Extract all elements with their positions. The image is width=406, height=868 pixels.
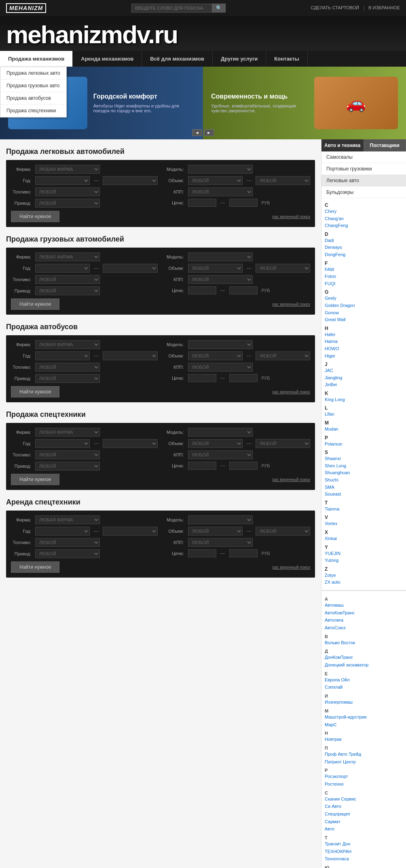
select-firma-1[interactable]: ЛЮБАЯ ФИРМА	[35, 252, 100, 261]
input-price-from-4[interactable]	[188, 549, 216, 557]
select-firma-2[interactable]: ЛЮБАЯ ФИРМА	[35, 340, 100, 349]
select-year-from-2[interactable]	[35, 351, 90, 360]
brand-link-changfeng[interactable]: ChangFeng	[325, 222, 403, 229]
brand-link-zx-auto[interactable]: ZX auto	[325, 579, 403, 586]
select-gearbox-0[interactable]: ЛЮБОЙ	[188, 187, 253, 196]
select-firma-3[interactable]: ЛЮБАЯ ФИРМА	[35, 428, 100, 437]
advanced-link-2[interactable]: рас виренный поиск	[273, 390, 310, 394]
brand-link-xinkai[interactable]: Xinkai	[325, 535, 403, 542]
brand-link-chery[interactable]: Chery	[325, 208, 403, 215]
select-fuel-1[interactable]: ЛЮБОЙ	[35, 275, 100, 284]
select-vol-to-4[interactable]: ЛЮБОЙ	[256, 527, 310, 536]
brand-link-vortex[interactable]: Vortex	[325, 520, 403, 528]
advanced-link-0[interactable]: рас виренный поиск	[273, 214, 310, 219]
search-button[interactable]: 🔍	[212, 4, 226, 13]
brand-link-jinbei[interactable]: JinBei	[325, 381, 403, 389]
brand-link-shuchi[interactable]: Shuchi	[325, 477, 403, 484]
select-vol-from-0[interactable]: ЛЮБОЙ	[188, 176, 243, 185]
select-gearbox-2[interactable]: ЛЮБОЙ	[188, 363, 253, 372]
sup-donkomtrans[interactable]: ДонКомТранс	[325, 654, 403, 661]
input-price-to-4[interactable]	[229, 549, 258, 557]
sup-roseksport[interactable]: Росэкспорт	[325, 773, 403, 780]
sup-skania[interactable]: Скания Сервис	[325, 795, 403, 803]
brand-link-derways[interactable]: Derways	[325, 244, 403, 251]
find-btn-2[interactable]: Найти нужное	[11, 386, 59, 397]
select-fuel-2[interactable]: ЛЮБОЙ	[35, 363, 100, 372]
select-vol-to-1[interactable]: ЛЮБОЙ	[256, 264, 310, 273]
sup-avtosoyuz[interactable]: АвтоСоюз	[325, 624, 403, 632]
sup-don-eksk[interactable]: Донецкий экскаватор	[325, 661, 403, 669]
brand-link-soueast[interactable]: Soueast	[325, 491, 403, 498]
select-gearbox-3[interactable]: ЛЮБОЙ	[188, 450, 253, 459]
nav-item-sale[interactable]: Продажа механизмов	[0, 51, 73, 67]
select-model-2[interactable]	[188, 340, 253, 349]
sup-novtrak[interactable]: Новтрак	[325, 736, 403, 743]
select-year-to-3[interactable]	[103, 439, 157, 448]
sidebar-cat-3[interactable]: Бульдозеры	[321, 187, 406, 198]
brand-link-lifan[interactable]: Lifan	[325, 411, 403, 418]
select-firma-0[interactable]: ЛЮБАЯ ФИРМА	[35, 165, 100, 174]
brand-link-changan[interactable]: Chang'an	[325, 215, 403, 223]
select-year-to-1[interactable]	[103, 264, 157, 273]
search-input[interactable]	[131, 4, 212, 13]
input-price-from-0[interactable]	[188, 199, 216, 207]
brand-link-howo[interactable]: HOWO	[325, 345, 403, 353]
brand-link-yuejin[interactable]: YUEJIN	[325, 550, 403, 557]
advanced-link-1[interactable]: рас виренный поиск	[273, 302, 310, 307]
brand-link-sma[interactable]: SMA	[325, 484, 403, 491]
select-year-to-2[interactable]	[103, 351, 157, 360]
brand-link-yutong[interactable]: Yutong	[325, 557, 403, 564]
brand-link-shuanghuan[interactable]: Shuanghuan	[325, 469, 403, 477]
nav-item-all[interactable]: Всё для механизмов	[142, 51, 213, 67]
select-model-3[interactable]	[188, 428, 253, 437]
sidebar-cat-0[interactable]: Самосвалы	[321, 151, 406, 163]
select-vol-to-3[interactable]: ЛЮБОЙ	[256, 439, 310, 448]
brand-link-zotye[interactable]: Zotye	[325, 572, 403, 579]
brand-link-faw[interactable]: FAW	[325, 266, 403, 273]
dropdown-item-2[interactable]: Продажа автобусов	[0, 92, 66, 105]
select-gearbox-1[interactable]: ЛЮБОЙ	[188, 275, 253, 284]
select-model-4[interactable]	[188, 515, 253, 524]
select-fuel-3[interactable]: ЛЮБОЙ	[35, 450, 100, 459]
select-year-from-4[interactable]	[35, 527, 90, 536]
brand-link-geely[interactable]: Geely	[325, 295, 403, 302]
nav-item-rent[interactable]: Аренда механизмов	[73, 51, 142, 67]
select-drive-4[interactable]: ЛЮБОЙ	[35, 549, 100, 558]
select-model-0[interactable]	[188, 165, 253, 174]
sup-specpricep[interactable]: Спецприцеп	[325, 810, 403, 818]
find-btn-3[interactable]: Найти нужное	[11, 474, 59, 485]
make-home-link[interactable]: СДЕЛАТЬ СТАРТОВОЙ	[311, 5, 359, 11]
sup-avtomash[interactable]: Автомаш	[325, 601, 403, 609]
sup-prof-avto[interactable]: Проф Авто Трейд	[325, 750, 403, 758]
brand-link-polarsun[interactable]: Polarsun	[325, 441, 403, 448]
select-fuel-4[interactable]: ЛЮБОЙ	[35, 538, 100, 547]
sup-mars[interactable]: МарС	[325, 721, 403, 729]
sidebar-cat-2[interactable]: Легковые авто	[321, 175, 406, 187]
advanced-link-4[interactable]: рас виренный поиск	[273, 565, 310, 570]
input-price-to-1[interactable]	[229, 286, 258, 294]
sup-avtoliga[interactable]: Автолига	[325, 616, 403, 624]
select-drive-2[interactable]: ЛЮБОЙ	[35, 374, 100, 383]
select-vol-from-2[interactable]: ЛЮБОЙ	[188, 351, 243, 360]
sidebar-cat-1[interactable]: Портовые грузовики	[321, 163, 406, 175]
brand-link-higer[interactable]: Higer	[325, 353, 403, 360]
input-price-to-0[interactable]	[229, 199, 258, 207]
select-drive-0[interactable]: ЛЮБОЙ	[35, 199, 100, 208]
sup-mashstroy[interactable]: Машстрой-идустрия	[325, 713, 403, 721]
brand-link-fuqi[interactable]: FUQI	[325, 280, 403, 288]
input-price-from-1[interactable]	[188, 286, 216, 294]
sup-rostehno[interactable]: Ростехно	[325, 780, 403, 788]
sidebar-tab-suppliers[interactable]: Поставщики	[364, 139, 406, 151]
input-price-from-3[interactable]	[188, 462, 216, 470]
nav-item-contacts[interactable]: Контакты	[266, 51, 307, 67]
input-price-to-2[interactable]	[229, 374, 258, 382]
sidebar-tab-auto[interactable]: Авто и техника	[321, 139, 364, 151]
brand-link-jiangling[interactable]: Jiangling	[325, 374, 403, 382]
select-vol-from-1[interactable]: ЛЮБОЙ	[188, 264, 243, 273]
dropdown-item-1[interactable]: Продажа грузовых авто	[0, 80, 66, 92]
nav-item-other[interactable]: Другие услуги	[213, 51, 266, 67]
select-vol-from-4[interactable]: ЛЮБОЙ	[188, 527, 243, 536]
sup-tranzit-don[interactable]: Транзит Дон	[325, 840, 403, 848]
sup-volvo-vostok[interactable]: Вольво Восток	[325, 639, 403, 647]
favorites-link[interactable]: В ИЗБРАННОЕ	[368, 5, 400, 11]
